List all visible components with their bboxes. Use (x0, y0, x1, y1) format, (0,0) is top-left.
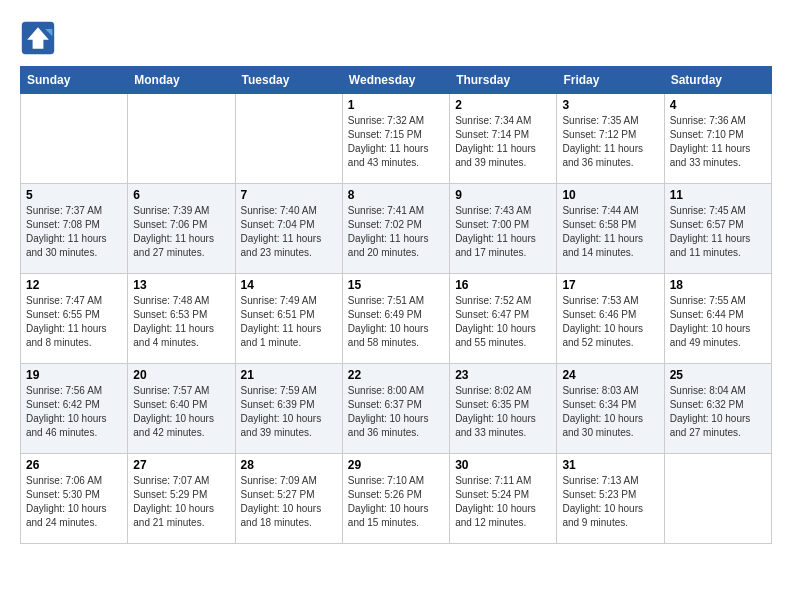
day-info: Sunrise: 7:36 AM Sunset: 7:10 PM Dayligh… (670, 114, 766, 170)
weekday-header-thursday: Thursday (450, 67, 557, 94)
week-row-4: 19Sunrise: 7:56 AM Sunset: 6:42 PM Dayli… (21, 364, 772, 454)
week-row-5: 26Sunrise: 7:06 AM Sunset: 5:30 PM Dayli… (21, 454, 772, 544)
logo (20, 20, 60, 56)
calendar-cell: 2Sunrise: 7:34 AM Sunset: 7:14 PM Daylig… (450, 94, 557, 184)
day-info: Sunrise: 7:51 AM Sunset: 6:49 PM Dayligh… (348, 294, 444, 350)
day-info: Sunrise: 7:59 AM Sunset: 6:39 PM Dayligh… (241, 384, 337, 440)
calendar-cell: 29Sunrise: 7:10 AM Sunset: 5:26 PM Dayli… (342, 454, 449, 544)
day-number: 3 (562, 98, 658, 112)
calendar-cell: 26Sunrise: 7:06 AM Sunset: 5:30 PM Dayli… (21, 454, 128, 544)
day-number: 8 (348, 188, 444, 202)
calendar-cell (128, 94, 235, 184)
calendar-cell: 14Sunrise: 7:49 AM Sunset: 6:51 PM Dayli… (235, 274, 342, 364)
day-info: Sunrise: 7:37 AM Sunset: 7:08 PM Dayligh… (26, 204, 122, 260)
day-info: Sunrise: 7:47 AM Sunset: 6:55 PM Dayligh… (26, 294, 122, 350)
day-info: Sunrise: 7:09 AM Sunset: 5:27 PM Dayligh… (241, 474, 337, 530)
calendar-cell: 17Sunrise: 7:53 AM Sunset: 6:46 PM Dayli… (557, 274, 664, 364)
day-number: 30 (455, 458, 551, 472)
day-info: Sunrise: 7:39 AM Sunset: 7:06 PM Dayligh… (133, 204, 229, 260)
day-number: 25 (670, 368, 766, 382)
day-number: 12 (26, 278, 122, 292)
calendar-cell: 20Sunrise: 7:57 AM Sunset: 6:40 PM Dayli… (128, 364, 235, 454)
day-number: 24 (562, 368, 658, 382)
calendar-cell: 27Sunrise: 7:07 AM Sunset: 5:29 PM Dayli… (128, 454, 235, 544)
calendar-cell: 19Sunrise: 7:56 AM Sunset: 6:42 PM Dayli… (21, 364, 128, 454)
day-info: Sunrise: 7:43 AM Sunset: 7:00 PM Dayligh… (455, 204, 551, 260)
day-number: 2 (455, 98, 551, 112)
calendar-cell: 16Sunrise: 7:52 AM Sunset: 6:47 PM Dayli… (450, 274, 557, 364)
day-number: 1 (348, 98, 444, 112)
logo-icon (20, 20, 56, 56)
day-info: Sunrise: 7:56 AM Sunset: 6:42 PM Dayligh… (26, 384, 122, 440)
day-info: Sunrise: 7:10 AM Sunset: 5:26 PM Dayligh… (348, 474, 444, 530)
weekday-header-wednesday: Wednesday (342, 67, 449, 94)
day-number: 11 (670, 188, 766, 202)
calendar-cell: 9Sunrise: 7:43 AM Sunset: 7:00 PM Daylig… (450, 184, 557, 274)
calendar-cell: 4Sunrise: 7:36 AM Sunset: 7:10 PM Daylig… (664, 94, 771, 184)
day-number: 9 (455, 188, 551, 202)
calendar-cell: 15Sunrise: 7:51 AM Sunset: 6:49 PM Dayli… (342, 274, 449, 364)
calendar-cell: 6Sunrise: 7:39 AM Sunset: 7:06 PM Daylig… (128, 184, 235, 274)
day-info: Sunrise: 8:02 AM Sunset: 6:35 PM Dayligh… (455, 384, 551, 440)
day-info: Sunrise: 7:49 AM Sunset: 6:51 PM Dayligh… (241, 294, 337, 350)
calendar-cell: 12Sunrise: 7:47 AM Sunset: 6:55 PM Dayli… (21, 274, 128, 364)
day-number: 23 (455, 368, 551, 382)
calendar-cell: 28Sunrise: 7:09 AM Sunset: 5:27 PM Dayli… (235, 454, 342, 544)
calendar-cell (664, 454, 771, 544)
day-number: 7 (241, 188, 337, 202)
week-row-1: 1Sunrise: 7:32 AM Sunset: 7:15 PM Daylig… (21, 94, 772, 184)
day-info: Sunrise: 7:06 AM Sunset: 5:30 PM Dayligh… (26, 474, 122, 530)
day-info: Sunrise: 7:48 AM Sunset: 6:53 PM Dayligh… (133, 294, 229, 350)
weekday-header-saturday: Saturday (664, 67, 771, 94)
day-number: 13 (133, 278, 229, 292)
week-row-3: 12Sunrise: 7:47 AM Sunset: 6:55 PM Dayli… (21, 274, 772, 364)
day-info: Sunrise: 7:40 AM Sunset: 7:04 PM Dayligh… (241, 204, 337, 260)
calendar-cell: 1Sunrise: 7:32 AM Sunset: 7:15 PM Daylig… (342, 94, 449, 184)
day-info: Sunrise: 7:13 AM Sunset: 5:23 PM Dayligh… (562, 474, 658, 530)
day-number: 15 (348, 278, 444, 292)
weekday-header-monday: Monday (128, 67, 235, 94)
calendar-cell: 25Sunrise: 8:04 AM Sunset: 6:32 PM Dayli… (664, 364, 771, 454)
day-info: Sunrise: 7:57 AM Sunset: 6:40 PM Dayligh… (133, 384, 229, 440)
calendar-cell: 24Sunrise: 8:03 AM Sunset: 6:34 PM Dayli… (557, 364, 664, 454)
calendar-cell: 10Sunrise: 7:44 AM Sunset: 6:58 PM Dayli… (557, 184, 664, 274)
calendar-cell: 13Sunrise: 7:48 AM Sunset: 6:53 PM Dayli… (128, 274, 235, 364)
day-info: Sunrise: 7:07 AM Sunset: 5:29 PM Dayligh… (133, 474, 229, 530)
day-number: 6 (133, 188, 229, 202)
day-number: 20 (133, 368, 229, 382)
weekday-header-row: SundayMondayTuesdayWednesdayThursdayFrid… (21, 67, 772, 94)
day-number: 21 (241, 368, 337, 382)
day-number: 19 (26, 368, 122, 382)
day-number: 5 (26, 188, 122, 202)
day-info: Sunrise: 7:44 AM Sunset: 6:58 PM Dayligh… (562, 204, 658, 260)
day-info: Sunrise: 7:55 AM Sunset: 6:44 PM Dayligh… (670, 294, 766, 350)
calendar-table: SundayMondayTuesdayWednesdayThursdayFrid… (20, 66, 772, 544)
calendar-cell: 7Sunrise: 7:40 AM Sunset: 7:04 PM Daylig… (235, 184, 342, 274)
day-info: Sunrise: 7:53 AM Sunset: 6:46 PM Dayligh… (562, 294, 658, 350)
day-info: Sunrise: 7:52 AM Sunset: 6:47 PM Dayligh… (455, 294, 551, 350)
weekday-header-tuesday: Tuesday (235, 67, 342, 94)
day-info: Sunrise: 7:34 AM Sunset: 7:14 PM Dayligh… (455, 114, 551, 170)
day-number: 18 (670, 278, 766, 292)
calendar-cell (235, 94, 342, 184)
day-number: 31 (562, 458, 658, 472)
calendar-cell: 3Sunrise: 7:35 AM Sunset: 7:12 PM Daylig… (557, 94, 664, 184)
calendar-cell: 18Sunrise: 7:55 AM Sunset: 6:44 PM Dayli… (664, 274, 771, 364)
day-number: 17 (562, 278, 658, 292)
day-info: Sunrise: 7:45 AM Sunset: 6:57 PM Dayligh… (670, 204, 766, 260)
calendar-cell: 31Sunrise: 7:13 AM Sunset: 5:23 PM Dayli… (557, 454, 664, 544)
day-number: 22 (348, 368, 444, 382)
calendar-cell: 8Sunrise: 7:41 AM Sunset: 7:02 PM Daylig… (342, 184, 449, 274)
calendar-cell (21, 94, 128, 184)
day-number: 26 (26, 458, 122, 472)
weekday-header-friday: Friday (557, 67, 664, 94)
day-number: 29 (348, 458, 444, 472)
page-header (20, 20, 772, 56)
day-info: Sunrise: 8:03 AM Sunset: 6:34 PM Dayligh… (562, 384, 658, 440)
day-number: 27 (133, 458, 229, 472)
calendar-cell: 22Sunrise: 8:00 AM Sunset: 6:37 PM Dayli… (342, 364, 449, 454)
calendar-cell: 5Sunrise: 7:37 AM Sunset: 7:08 PM Daylig… (21, 184, 128, 274)
weekday-header-sunday: Sunday (21, 67, 128, 94)
day-number: 10 (562, 188, 658, 202)
day-info: Sunrise: 7:32 AM Sunset: 7:15 PM Dayligh… (348, 114, 444, 170)
